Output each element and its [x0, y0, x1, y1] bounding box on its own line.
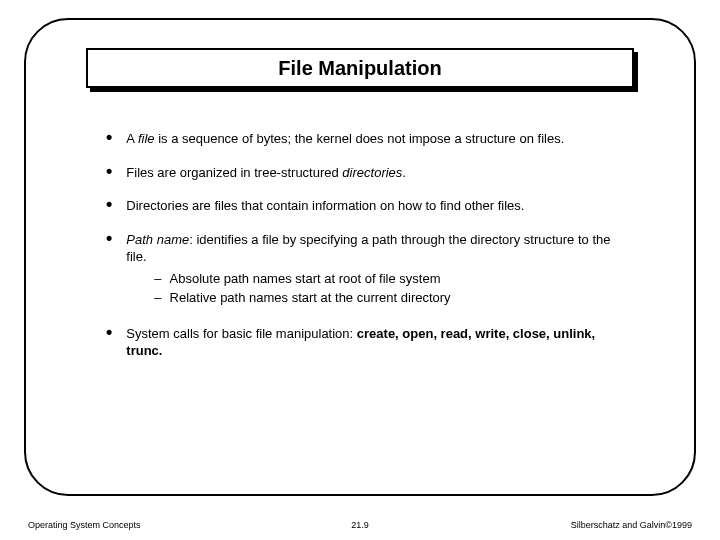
footer-right: Silberschatz and Galvin©1999 — [571, 520, 692, 530]
text-segment: Files are organized in tree-structured — [126, 165, 342, 180]
footer-left: Operating System Concepts — [28, 520, 141, 530]
bullet-text: System calls for basic file manipulation… — [126, 325, 634, 360]
text-segment: System calls for basic file manipulation… — [126, 326, 356, 341]
bullet-item: • A file is a sequence of bytes; the ker… — [106, 130, 634, 148]
dash-icon: – — [154, 289, 161, 307]
text-segment: : identifies a file by specifying a path… — [126, 232, 610, 265]
sub-list: – Absolute path names start at root of f… — [154, 270, 634, 307]
bullet-item: • Path name: identifies a file by specif… — [106, 231, 634, 309]
bullet-text: Files are organized in tree-structured d… — [126, 164, 634, 182]
bullet-text: Path name: identifies a file by specifyi… — [126, 231, 634, 309]
text-segment: . — [402, 165, 406, 180]
sub-bullet-item: – Relative path names start at the curre… — [154, 289, 634, 307]
title-box: File Manipulation — [86, 48, 634, 88]
text-italic: directories — [342, 165, 402, 180]
text-italic: Path name — [126, 232, 189, 247]
text-segment: A — [126, 131, 138, 146]
bullet-icon: • — [106, 197, 112, 215]
content-area: • A file is a sequence of bytes; the ker… — [106, 130, 634, 376]
bullet-text: Directories are files that contain infor… — [126, 197, 634, 215]
text-segment: is a sequence of bytes; the kernel does … — [155, 131, 565, 146]
sub-bullet-text: Relative path names start at the current… — [170, 289, 451, 307]
bullet-item: • Directories are files that contain inf… — [106, 197, 634, 215]
bullet-icon: • — [106, 130, 112, 148]
footer: Operating System Concepts 21.9 Silbersch… — [28, 520, 692, 530]
bullet-text: A file is a sequence of bytes; the kerne… — [126, 130, 634, 148]
text-italic: file — [138, 131, 155, 146]
footer-center: 21.9 — [351, 520, 369, 530]
bullet-icon: • — [106, 164, 112, 182]
bullet-icon: • — [106, 325, 112, 360]
sub-bullet-text: Absolute path names start at root of fil… — [170, 270, 441, 288]
slide-frame: File Manipulation • A file is a sequence… — [24, 18, 696, 496]
bullet-item: • System calls for basic file manipulati… — [106, 325, 634, 360]
bullet-icon: • — [106, 231, 112, 309]
bullet-item: • Files are organized in tree-structured… — [106, 164, 634, 182]
sub-bullet-item: – Absolute path names start at root of f… — [154, 270, 634, 288]
title-container: File Manipulation — [86, 48, 634, 88]
slide-title: File Manipulation — [278, 57, 441, 80]
dash-icon: – — [154, 270, 161, 288]
